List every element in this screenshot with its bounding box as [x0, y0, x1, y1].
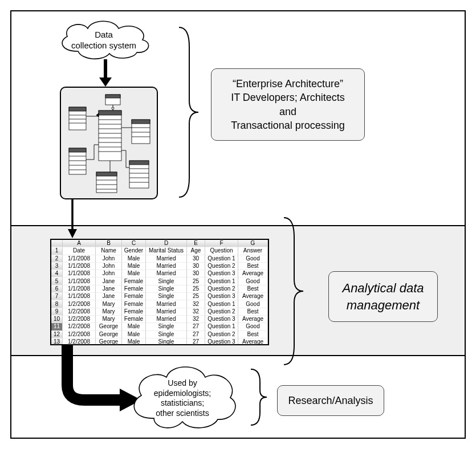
cell-gender: Female	[122, 308, 146, 316]
column-letter: E	[187, 240, 205, 247]
label-research-analysis: Research/Analysis	[277, 385, 384, 416]
cell-name: John	[96, 255, 122, 263]
label-line: IT Developers; Architects and	[222, 91, 354, 119]
cell-date: 1/1/2008	[63, 270, 96, 277]
row-number: 10	[51, 316, 63, 323]
cell-date: 1/1/2008	[63, 285, 96, 293]
cell-gender: Male	[122, 270, 146, 277]
field-header: Date	[63, 247, 96, 255]
row-number: 6	[51, 285, 63, 293]
svg-rect-20	[69, 148, 86, 152]
cell-gender: Male	[122, 323, 146, 330]
cell-gender: Male	[122, 331, 146, 338]
column-letter: F	[205, 240, 238, 247]
cell-gender: Female	[122, 277, 146, 285]
row-number: 4	[51, 270, 63, 277]
column-letter: G	[238, 240, 268, 247]
cloud-text-line: other scientists	[156, 409, 209, 419]
cell-marital-status: Single	[146, 338, 187, 345]
cell-gender: Female	[122, 285, 146, 293]
cell-age: 25	[187, 277, 205, 285]
cell-marital-status: Single	[146, 277, 187, 285]
cell-answer: Best	[238, 331, 268, 338]
label-enterprise-architecture: “Enterprise Architecture” IT Developers;…	[211, 68, 365, 141]
cell-question: Question 2	[205, 308, 238, 316]
cell-gender: Female	[122, 316, 146, 323]
cell-name: George	[96, 338, 122, 345]
cell-name: Mary	[96, 300, 122, 308]
cell-date: 1/2/2008	[63, 331, 96, 338]
cell-question: Question 3	[205, 316, 238, 323]
cell-date: 1/2/2008	[63, 323, 96, 330]
cell-age: 30	[187, 270, 205, 277]
field-header: Age	[187, 247, 205, 255]
cell-marital-status: Single	[146, 323, 187, 330]
cell-answer: Average	[238, 270, 268, 277]
cell-answer: Good	[238, 300, 268, 308]
cloud-text-line: epidemiologists;	[154, 389, 211, 399]
cell-name: Mary	[96, 308, 122, 316]
label-line: “Enterprise Architecture”	[222, 77, 354, 91]
svg-rect-26	[132, 120, 150, 124]
erd-schema-icon	[61, 88, 159, 201]
cell-marital-status: Married	[146, 263, 187, 270]
cell-date: 1/1/2008	[63, 263, 96, 270]
label-line: Research/Analysis	[288, 394, 373, 407]
cell-date: 1/1/2008	[63, 293, 96, 300]
cell-marital-status: Single	[146, 331, 187, 338]
cell-marital-status: Married	[146, 300, 187, 308]
row-number: 7	[51, 293, 63, 300]
cell-date: 1/2/2008	[63, 338, 96, 345]
cell-marital-status: Married	[146, 270, 187, 277]
row-number: 11	[51, 323, 63, 330]
field-header: Question	[205, 247, 238, 255]
cell-question: Question 1	[205, 255, 238, 263]
cell-marital-status: Single	[146, 285, 187, 293]
cell-question: Question 3	[205, 338, 238, 345]
cloud-data-collection: Data collection system	[52, 17, 155, 62]
row-number: 2	[51, 255, 63, 263]
cell-marital-status: Married	[146, 255, 187, 263]
cell-age: 32	[187, 316, 205, 323]
row-number: 12	[51, 331, 63, 338]
cell-age: 32	[187, 308, 205, 316]
svg-marker-43	[68, 229, 77, 238]
bracket-analytical	[277, 214, 304, 368]
label-line: management	[339, 297, 427, 314]
cloud-text-line: Used by	[168, 378, 197, 389]
cloud-text-line: collection system	[71, 40, 136, 51]
svg-rect-15	[69, 107, 86, 111]
svg-point-41	[112, 107, 114, 109]
cell-marital-status: Married	[146, 308, 187, 316]
cell-age: 27	[187, 338, 205, 345]
cell-answer: Best	[238, 263, 268, 270]
cell-age: 32	[187, 300, 205, 308]
cell-question: Question 1	[205, 277, 238, 285]
row-number: 1	[51, 247, 63, 255]
cell-name: John	[96, 263, 122, 270]
field-header: Marital Status	[146, 247, 187, 255]
cell-marital-status: Married	[146, 316, 187, 323]
cell-question: Question 3	[205, 293, 238, 300]
column-letter: C	[122, 240, 146, 247]
label-analytical-data-management: Analytical data management	[328, 271, 438, 322]
field-header: Gender	[122, 247, 146, 255]
cell-date: 1/2/2008	[63, 316, 96, 323]
cell-gender: Male	[122, 338, 146, 345]
cell-name: Jane	[96, 293, 122, 300]
cell-gender: Female	[122, 293, 146, 300]
cell-name: George	[96, 331, 122, 338]
field-header: Name	[96, 247, 122, 255]
svg-rect-3	[99, 111, 121, 115]
cell-question: Question 3	[205, 270, 238, 277]
cell-date: 1/1/2008	[63, 255, 96, 263]
cell-marital-status: Single	[146, 293, 187, 300]
bracket-enterprise	[172, 24, 200, 201]
corner-cell	[51, 240, 63, 247]
cell-answer: Best	[238, 308, 268, 316]
cell-question: Question 2	[205, 285, 238, 293]
row-number: 5	[51, 277, 63, 285]
cell-age: 27	[187, 331, 205, 338]
cell-name: George	[96, 323, 122, 330]
diagram-frame: Data collection system	[10, 10, 466, 439]
